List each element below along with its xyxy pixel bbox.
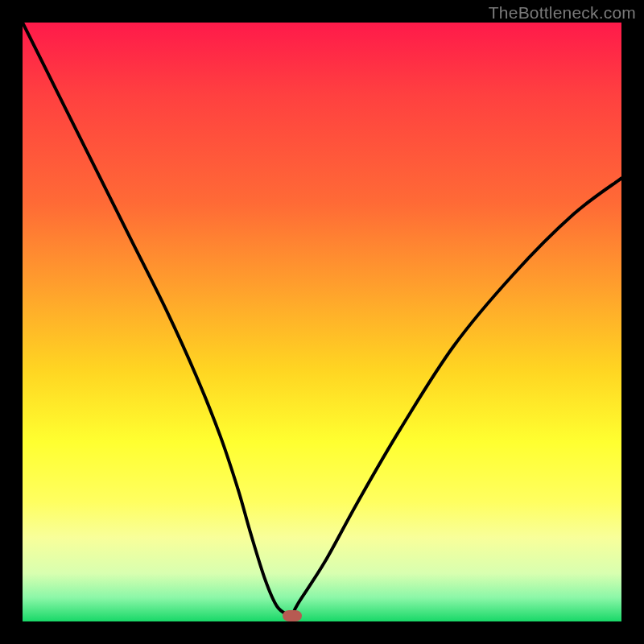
curve-path [23,23,621,617]
chart-frame: TheBottleneck.com [0,0,644,644]
minimum-marker [283,610,302,621]
watermark-text: TheBottleneck.com [489,3,636,23]
chart-plot-area [23,23,621,621]
bottleneck-curve [23,23,621,621]
